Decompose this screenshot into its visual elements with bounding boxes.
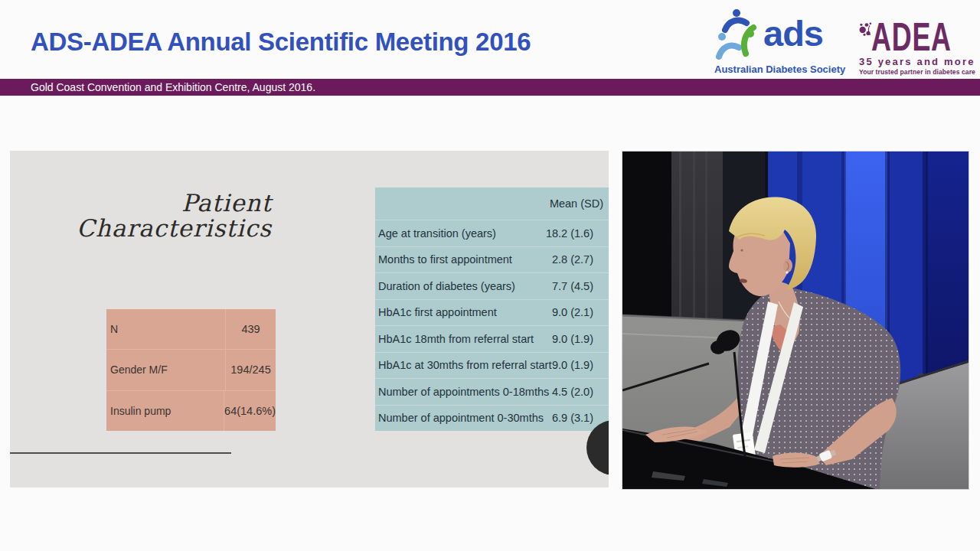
row-value: 18.2 (1.6) xyxy=(523,227,609,240)
row-value: 4.5 (2.0) xyxy=(549,386,609,398)
venue-text: Gold Coast Convention and Exhibition Cen… xyxy=(31,79,315,96)
row-label: HbA1c at 30mths from referral start xyxy=(375,359,551,371)
table-row: Gender M/F 194/245 xyxy=(106,350,276,390)
row-label: Number of appointments 0-18mths xyxy=(375,386,549,398)
row-label: N xyxy=(106,309,226,349)
table-row: Insulin pump 64(14.6%) xyxy=(106,391,276,431)
venue-bar: Gold Coast Convention and Exhibition Cen… xyxy=(0,79,980,96)
table-row: N 439 xyxy=(106,309,276,350)
row-label: Duration of diabetes (years) xyxy=(375,280,523,292)
row-label: Insulin pump xyxy=(106,391,224,431)
ads-figures-icon xyxy=(714,6,757,61)
row-label: Number of appointment 0-30mths xyxy=(375,412,544,424)
mean-sd-table: Mean (SD) Age at transition (years) 18.2… xyxy=(375,187,609,431)
ads-logo-text: ads xyxy=(763,18,823,49)
slide-title: Patient Characteristics xyxy=(41,191,272,241)
adea-logo: ADEA 35 years and more Your trusted part… xyxy=(859,3,974,76)
row-label: Gender M/F xyxy=(106,350,226,390)
adea-logo-text: ADEA xyxy=(871,14,952,59)
patient-characteristics-table: N 439 Gender M/F 194/245 Insulin pump 64… xyxy=(106,309,276,431)
speaker-video-panel[interactable] xyxy=(622,151,969,490)
row-label: Months to first appointment xyxy=(375,253,523,266)
adea-logo-subtagline: Your trusted partner in diabetes care xyxy=(859,68,974,76)
presentation-slide: Patient Characteristics N 439 Gender M/F… xyxy=(10,151,609,487)
row-value: 2.8 (2.7) xyxy=(523,253,609,266)
row-value: 9.0 (1.9) xyxy=(551,359,609,371)
slide-title-line2: Characteristics xyxy=(41,216,272,241)
adea-circles-icon xyxy=(859,3,871,55)
row-label: HbA1c first appointment xyxy=(375,306,523,318)
row-label: Age at transition (years) xyxy=(375,227,523,240)
table-row: Months to first appointment 2.8 (2.7) xyxy=(375,247,609,274)
table-row: Duration of diabetes (years) 7.7 (4.5) xyxy=(375,273,609,300)
table-row: Number of appointments 0-18mths 4.5 (2.0… xyxy=(375,379,609,406)
row-value: 9.0 (1.9) xyxy=(534,333,609,345)
ads-logo-tagline: Australian Diabetes Society xyxy=(714,64,846,75)
row-value: 6.9 (3.1) xyxy=(544,412,609,424)
table-row: HbA1c at 30mths from referral start 9.0 … xyxy=(375,353,609,380)
row-value: 9.0 (2.1) xyxy=(523,306,609,318)
slide-title-line1: Patient xyxy=(41,191,272,216)
row-value: 439 xyxy=(226,309,276,349)
row-label: HbA1c 18mth from referral start xyxy=(375,333,534,345)
table-header: Mean (SD) xyxy=(375,187,609,220)
ads-logo: ads Australian Diabetes Society xyxy=(714,6,846,75)
table-row: Number of appointment 0-30mths 6.9 (3.1) xyxy=(375,406,609,432)
row-value: 7.7 (4.5) xyxy=(523,280,609,292)
speaker-video-still xyxy=(622,152,969,489)
table-row: Age at transition (years) 18.2 (1.6) xyxy=(375,220,609,247)
slide-footer-line xyxy=(10,452,231,454)
row-value: 194/245 xyxy=(226,350,276,390)
table-row: HbA1c 18mth from referral start 9.0 (1.9… xyxy=(375,326,609,353)
table-row: HbA1c first appointment 9.0 (2.1) xyxy=(375,300,609,327)
page-title: ADS-ADEA Annual Scientific Meeting 2016 xyxy=(31,28,531,57)
row-value: 64(14.6%) xyxy=(224,391,276,431)
